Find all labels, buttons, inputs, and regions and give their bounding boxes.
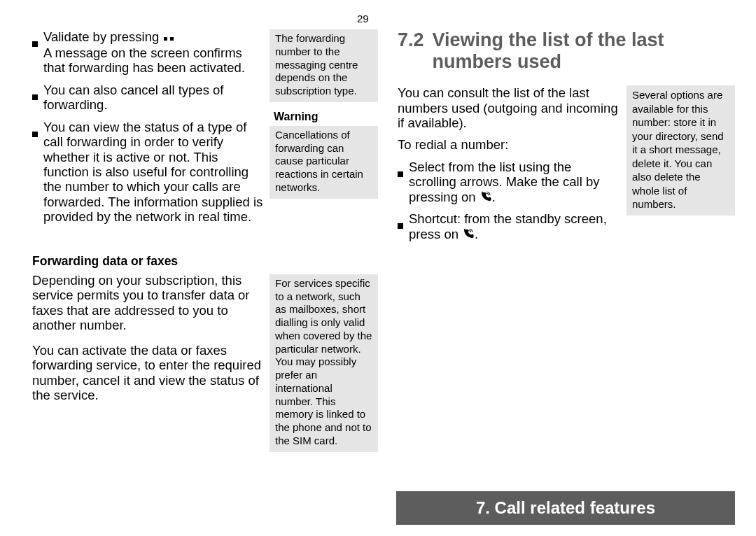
dots-icon [162,30,175,45]
bullet-text: You can view the status of a type of cal… [43,120,265,225]
subheading-forwarding-data: Forwarding data or faxes [32,254,378,269]
bullet-text: A message on the screen confirms that fo… [43,45,245,75]
bullet-text: You can also cancel all types of forward… [43,83,265,113]
margin-note-cancellation: Cancellations of forwarding can cause pa… [270,126,378,199]
bullet-text: Select from the list using the scrolling… [409,160,599,204]
bullet-item: You can view the status of a type of cal… [32,120,265,225]
section-title: Viewing the list of the last numbers use… [433,29,735,73]
left-column: The forwarding number to the messaging c… [32,29,378,456]
section-heading: 7.2 Viewing the list of the last numbers… [398,29,735,73]
section-number: 7.2 [398,29,424,73]
chapter-banner: 7. Call related features [396,491,735,525]
bullet-item: You can also cancel all types of forward… [32,83,265,113]
bullet-item: Select from the list using the scrolling… [398,160,621,204]
margin-note-services: For services specific to a network, such… [270,274,378,452]
warning-heading: Warning [270,106,378,126]
margin-note-options: Several options are available for this n… [626,85,735,216]
call-icon [479,190,492,203]
margin-note-forwarding: The forwarding number to the messaging c… [270,29,378,102]
page-number: 29 [357,13,369,24]
bullet-item: Validate by pressing A message on the sc… [32,29,265,76]
call-icon [462,227,475,240]
bullet-text: Shortcut: from the standby screen, press… [409,211,607,241]
right-column: 7.2 Viewing the list of the last numbers… [398,29,735,456]
bullet-text: Validate by pressing [43,29,162,44]
bullet-item: Shortcut: from the standby screen, press… [398,211,621,241]
